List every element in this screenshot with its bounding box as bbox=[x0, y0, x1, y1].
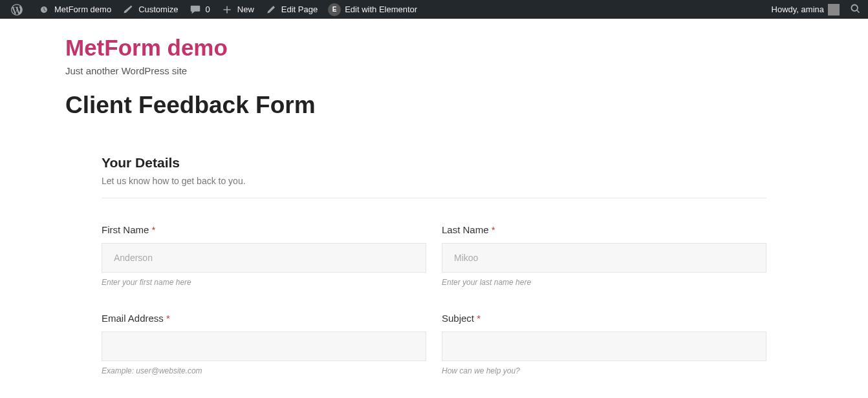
customize-menu[interactable]: Customize bbox=[116, 0, 183, 19]
subject-label: Subject * bbox=[442, 313, 766, 324]
dashboard-icon bbox=[38, 3, 50, 16]
section-subtitle: Let us know how to get back to you. bbox=[102, 176, 766, 186]
site-menu[interactable]: MetForm demo bbox=[32, 0, 116, 19]
wordpress-icon bbox=[10, 3, 23, 16]
wp-admin-bar: MetForm demo Customize 0 New Edit Page bbox=[0, 0, 868, 19]
page-title: Client Feedback Form bbox=[0, 92, 868, 119]
field-subject-wrap: Subject * How can we help you? bbox=[442, 313, 766, 375]
subject-input[interactable] bbox=[442, 331, 766, 361]
admin-bar-left: MetForm demo Customize 0 New Edit Page bbox=[5, 0, 422, 19]
admin-search[interactable] bbox=[847, 2, 863, 17]
admin-bar-right: Howdy, amina bbox=[766, 0, 863, 19]
pencil-icon bbox=[265, 3, 277, 16]
search-icon bbox=[849, 3, 861, 16]
email-help: Example: user@website.com bbox=[102, 366, 426, 375]
admin-site-name: MetForm demo bbox=[54, 5, 111, 14]
howdy-label: Howdy, amina bbox=[772, 5, 824, 14]
last-name-label: Last Name * bbox=[442, 224, 766, 235]
plus-icon bbox=[221, 3, 233, 16]
first-name-help: Enter your first name here bbox=[102, 278, 426, 287]
edit-page-menu[interactable]: Edit Page bbox=[259, 0, 323, 19]
field-last-name-wrap: Last Name * Enter your last name here bbox=[442, 224, 766, 287]
site-title[interactable]: MetForm demo bbox=[65, 34, 868, 61]
first-name-input[interactable] bbox=[102, 243, 426, 273]
form-section-header: Your Details Let us know how to get back… bbox=[102, 134, 766, 198]
feedback-form: Your Details Let us know how to get back… bbox=[102, 134, 766, 375]
comments-icon bbox=[189, 3, 202, 16]
edit-elementor-menu[interactable]: E Edit with Elementor bbox=[323, 0, 422, 19]
form-row-contact: Email Address * Example: user@website.co… bbox=[102, 313, 766, 375]
section-title: Your Details bbox=[102, 155, 766, 171]
field-first-name-wrap: First Name * Enter your first name here bbox=[102, 224, 426, 287]
edit-page-label: Edit Page bbox=[281, 5, 318, 14]
last-name-input[interactable] bbox=[442, 243, 766, 273]
comments-count: 0 bbox=[206, 5, 210, 14]
site-header: MetForm demo Just another WordPress site bbox=[0, 34, 868, 76]
required-mark: * bbox=[166, 313, 170, 324]
last-name-help: Enter your last name here bbox=[442, 278, 766, 287]
new-menu[interactable]: New bbox=[215, 0, 259, 19]
comments-menu[interactable]: 0 bbox=[184, 0, 215, 19]
wp-logo-menu[interactable] bbox=[5, 0, 32, 19]
field-email-wrap: Email Address * Example: user@website.co… bbox=[102, 313, 426, 375]
form-row-name: First Name * Enter your first name here … bbox=[102, 224, 766, 287]
site-tagline: Just another WordPress site bbox=[65, 65, 868, 76]
required-mark: * bbox=[152, 224, 156, 235]
required-mark: * bbox=[492, 224, 495, 235]
required-mark: * bbox=[477, 313, 481, 324]
edit-elementor-label: Edit with Elementor bbox=[345, 5, 417, 14]
subject-help: How can we help you? bbox=[442, 366, 766, 375]
page-body: MetForm demo Just another WordPress site… bbox=[0, 19, 868, 375]
customize-label: Customize bbox=[138, 5, 178, 14]
customize-icon bbox=[122, 3, 135, 16]
email-input[interactable] bbox=[102, 331, 426, 361]
avatar bbox=[828, 4, 840, 16]
my-account-menu[interactable]: Howdy, amina bbox=[766, 0, 845, 19]
elementor-icon: E bbox=[328, 3, 341, 16]
email-label: Email Address * bbox=[102, 313, 426, 324]
new-label: New bbox=[237, 5, 254, 14]
first-name-label: First Name * bbox=[102, 224, 426, 235]
